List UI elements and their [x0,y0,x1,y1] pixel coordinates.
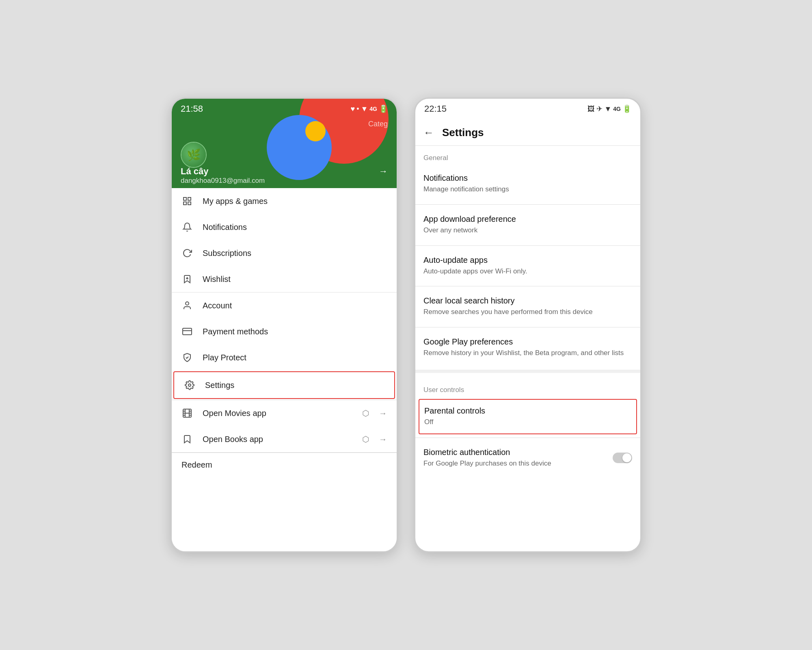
svg-rect-1 [188,197,191,200]
svg-point-9 [188,384,191,386]
card-icon [181,326,193,337]
drawer-item-subscriptions[interactable]: Subscriptions [172,240,397,266]
biometric-toggle[interactable] [613,453,632,463]
settings-item-notifications[interactable]: Notifications Manage notification settin… [415,165,640,203]
svg-rect-2 [184,202,186,205]
left-phone: 21:58 ♥ • ▼ 4G 🔋 Categ 🌿 Lá cây dangkhoa… [171,98,398,552]
drawer-item-play-protect[interactable]: Play Protect [172,344,397,370]
wifi-icon-right: ▼ [604,105,611,113]
section-divider [415,370,640,373]
drawer-menu: My apps & games Notifications [172,188,397,551]
svg-rect-7 [183,328,192,335]
divider-1 [415,204,640,205]
user-email: dangkhoa0913@gmail.com [181,177,265,185]
signal-4g-icon: 4G [613,106,621,112]
avatar: 🌿 [181,142,207,168]
settings-item-download[interactable]: App download preference Over any network [415,206,640,244]
settings-item-search-history[interactable]: Clear local search history Remove search… [415,288,640,325]
books-label: Open Books app [203,435,352,444]
drawer-item-payment[interactable]: Payment methods [172,318,397,344]
settings-item-play-prefs[interactable]: Google Play preferences Remove history i… [415,329,640,366]
drawer-expand-arrow[interactable]: → [379,166,388,177]
notifications-title: Notifications [423,173,632,183]
search-history-title: Clear local search history [423,296,632,306]
bell-icon [181,221,193,233]
biometric-subtitle: For Google Play purchases on this device [423,459,613,468]
my-apps-label: My apps & games [203,197,387,206]
payment-label: Payment methods [203,327,387,336]
refresh-icon [181,247,193,259]
download-subtitle: Over any network [423,225,632,235]
categ-label: Categ [368,120,388,128]
status-time-left: 21:58 [181,104,203,114]
settings-header: ← Settings [415,120,640,146]
play-prefs-subtitle: Remove history in your Wishlist, the Bet… [423,348,632,358]
person-icon [181,300,193,311]
movies-ext-icon: ⬡ [362,408,369,418]
settings-title: Settings [442,126,484,139]
dot-icon: • [356,105,359,113]
status-bar-left: 21:58 ♥ • ▼ 4G 🔋 [172,99,397,117]
status-icons-right: 🖼 ✈ ▼ 4G 🔋 [587,104,631,113]
divider-4 [415,327,640,327]
back-button[interactable]: ← [423,126,434,139]
biometric-text: Biometric authentication For Google Play… [423,448,613,468]
redeem-item[interactable]: Redeem [172,453,397,477]
user-controls-label: User controls [415,378,640,397]
account-label: Account [203,301,387,310]
bookmark-icon [181,273,193,285]
drawer-item-books[interactable]: Open Books app ⬡ → [172,426,397,452]
books-ext-icon: ⬡ [362,434,369,444]
signal-icon: 4G [369,106,377,112]
drawer-item-notifications[interactable]: Notifications [172,214,397,240]
settings-item-biometric[interactable]: Biometric authentication For Google Play… [415,440,640,477]
books-arrow: → [379,435,387,444]
notifications-label: Notifications [203,223,387,232]
battery-icon-right: 🔋 [622,104,631,113]
biometric-title: Biometric authentication [423,448,613,457]
drawer-item-account[interactable]: Account [172,292,397,318]
status-time-right: 22:15 [424,104,447,114]
airplane-icon: ✈ [596,104,603,113]
grid-icon [181,195,193,207]
drawer-item-settings[interactable]: Settings [173,371,395,399]
search-history-subtitle: Remove searches you have performed from … [423,307,632,317]
svg-point-6 [186,302,189,305]
play-prefs-title: Google Play preferences [423,337,632,347]
settings-label: Settings [205,381,384,390]
svg-rect-3 [188,202,191,205]
general-label: General [415,146,640,165]
autoupdate-title: Auto-update apps [423,256,632,265]
wifi-icon: ▼ [361,105,368,113]
drawer-section-3: Open Movies app ⬡ → Open Books app ⬡ → [172,400,397,453]
battery-icon: 🔋 [379,104,388,113]
wishlist-label: Wishlist [203,275,387,284]
book-icon [181,433,193,445]
drawer-item-movies[interactable]: Open Movies app ⬡ → [172,400,397,426]
gear-icon [184,379,195,391]
settings-item-autoupdate[interactable]: Auto-update apps Auto-update apps over W… [415,247,640,285]
movies-label: Open Movies app [203,409,352,418]
notifications-subtitle: Manage notification settings [423,184,632,194]
divider-3 [415,286,640,286]
subscriptions-label: Subscriptions [203,249,387,258]
right-phone: 22:15 🖼 ✈ ▼ 4G 🔋 ← Settings General Noti… [414,98,641,552]
play-protect-label: Play Protect [203,353,387,362]
autoupdate-subtitle: Auto-update apps over Wi-Fi only. [423,266,632,276]
movies-arrow: → [379,409,387,418]
drawer-section-2: Account Payment methods [172,292,397,400]
shield-icon [181,352,193,363]
parental-title: Parental controls [424,406,631,416]
avatar-inner: 🌿 [181,143,206,167]
download-title: App download preference [423,214,632,224]
drawer-section-1: My apps & games Notifications [172,188,397,292]
heart-icon: ♥ [350,105,355,113]
film-icon [181,407,193,419]
settings-item-parental[interactable]: Parental controls Off [419,399,637,434]
drawer-item-my-apps[interactable]: My apps & games [172,188,397,214]
user-name: Lá cây [181,166,209,177]
status-icons-left: ♥ • ▼ 4G 🔋 [350,104,388,113]
status-bar-right: 22:15 🖼 ✈ ▼ 4G 🔋 [415,99,640,117]
drawer-item-wishlist[interactable]: Wishlist [172,266,397,292]
svg-rect-0 [184,197,186,200]
